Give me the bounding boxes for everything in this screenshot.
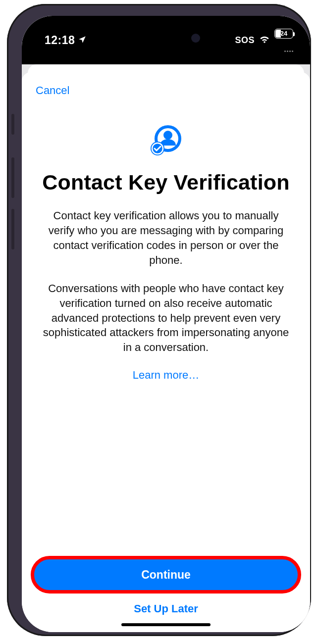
side-button-volume-down bbox=[11, 209, 14, 249]
body-text: Contact key verification allows you to m… bbox=[36, 208, 296, 354]
body-paragraph-2: Conversations with people who have conta… bbox=[40, 281, 292, 354]
side-button-volume-up bbox=[11, 157, 14, 198]
battery-percent: 24 bbox=[280, 30, 287, 37]
status-bar: 12:18 SOS 24 bbox=[22, 16, 310, 64]
phone-frame: 12:18 SOS 24 bbox=[7, 4, 311, 636]
sos-indicator: SOS bbox=[235, 35, 255, 46]
dynamic-island bbox=[124, 27, 208, 50]
status-right: SOS 24 bbox=[235, 29, 293, 52]
body-paragraph-1: Contact key verification allows you to m… bbox=[40, 208, 292, 267]
contact-key-verification-icon bbox=[147, 122, 185, 160]
location-arrow-icon bbox=[78, 34, 87, 47]
battery-indicator: 24 bbox=[274, 29, 293, 52]
set-up-later-button[interactable]: Set Up Later bbox=[36, 594, 296, 623]
cancel-button[interactable]: Cancel bbox=[36, 84, 69, 97]
status-left: 12:18 bbox=[45, 34, 87, 47]
status-time: 12:18 bbox=[45, 34, 75, 47]
phone-screen: 12:18 SOS 24 bbox=[22, 16, 310, 632]
sheet-footer: Continue Set Up Later bbox=[36, 559, 296, 632]
sheet-content: Contact Key Verification Contact key ver… bbox=[36, 102, 296, 559]
svg-point-1 bbox=[163, 131, 172, 140]
wifi-icon bbox=[259, 34, 270, 46]
page-title: Contact Key Verification bbox=[42, 170, 289, 195]
modal-sheet: Cancel Contact Key Verification Contac bbox=[22, 72, 310, 632]
side-button-silence bbox=[11, 114, 14, 135]
continue-button[interactable]: Continue bbox=[34, 559, 298, 591]
home-indicator[interactable] bbox=[121, 623, 211, 626]
sheet-nav-bar: Cancel bbox=[36, 84, 296, 102]
learn-more-link[interactable]: Learn more… bbox=[133, 369, 200, 382]
